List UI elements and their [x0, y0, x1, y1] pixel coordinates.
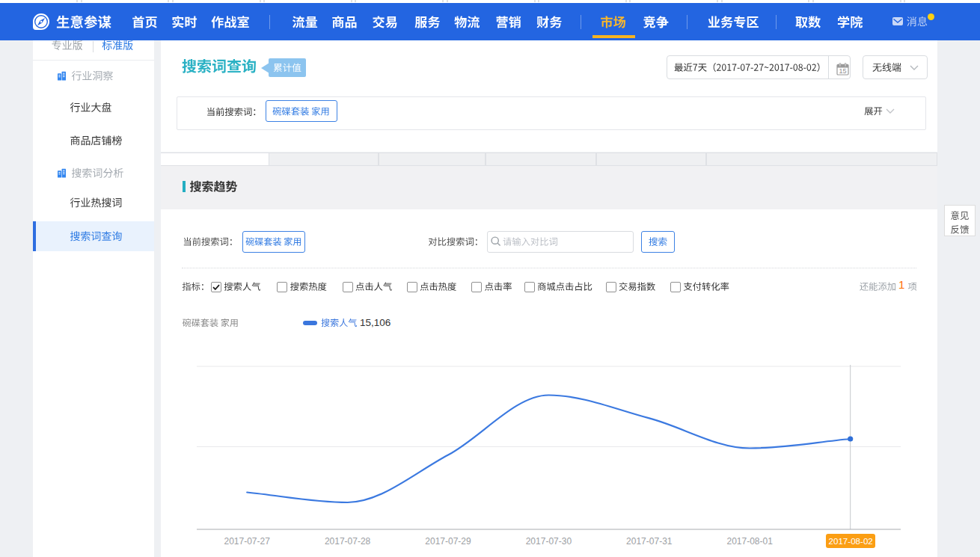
svg-text:15: 15: [839, 67, 846, 75]
